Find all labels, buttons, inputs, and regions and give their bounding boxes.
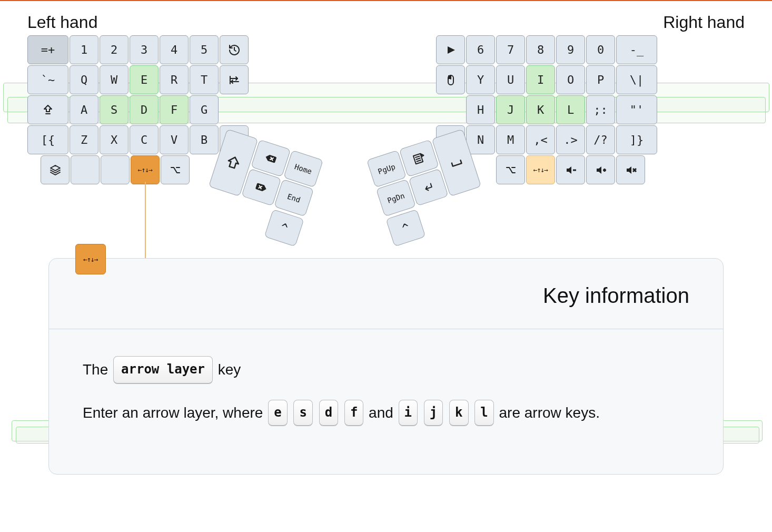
key-right-r2-c3[interactable]: K <box>526 95 555 124</box>
info-text: and <box>369 405 393 421</box>
key-right-r0-c6[interactable]: -_ <box>616 35 657 64</box>
info-text: are arrow keys. <box>499 405 600 421</box>
key-left-r0-c3[interactable]: 3 <box>130 35 159 64</box>
key-left-r3-c4[interactable]: V <box>160 125 189 154</box>
key-left-r2-c3[interactable]: D <box>130 95 159 124</box>
key-right-r2-c4[interactable]: L <box>556 95 585 124</box>
inline-key-d: d <box>319 400 338 427</box>
key-right-r2-c1[interactable]: H <box>466 95 495 124</box>
key-left-r0-c5[interactable]: 5 <box>190 35 219 64</box>
svg-line-25 <box>417 160 421 161</box>
key-right-r3-c6[interactable]: ]} <box>616 125 657 154</box>
key-right-r3-c5[interactable]: /? <box>586 125 615 154</box>
volminus-key[interactable] <box>556 155 585 184</box>
volmute-key[interactable] <box>616 155 645 184</box>
key-right-r0-c4[interactable]: 9 <box>556 35 585 64</box>
key-info-panel: ←↑↓→ Key information The arrow layer key… <box>48 258 724 475</box>
volplus-key[interactable] <box>586 155 615 184</box>
key-left-r1-c5[interactable]: T <box>190 65 219 94</box>
key-left-r1-c4[interactable]: R <box>160 65 189 94</box>
key-right-r1-c4[interactable]: O <box>556 65 585 94</box>
key-left-r2-c5[interactable]: G <box>190 95 219 124</box>
key-right-r3-c1[interactable]: N <box>466 125 495 154</box>
inline-key-e: e <box>268 400 287 427</box>
inline-key-f: f <box>344 400 363 427</box>
left-keyboard: =+12345`~QWERTASDFG[{ZXCVB←↑↓→ <box>27 35 249 185</box>
info-text: Enter an arrow layer, where <box>83 405 263 421</box>
key-left-r1-c0[interactable]: `~ <box>27 65 68 94</box>
info-key-name: arrow layer <box>113 356 213 384</box>
key-left-r3-c0[interactable]: [{ <box>27 125 68 154</box>
opt-key[interactable] <box>161 155 190 184</box>
key-right-r0-c2[interactable]: 7 <box>496 35 525 64</box>
right-hand-label: Right hand <box>663 13 745 32</box>
inline-key-j: j <box>424 400 443 427</box>
svg-marker-15 <box>627 166 631 174</box>
key-right-r3-c3[interactable]: ,< <box>526 125 555 154</box>
svg-marker-4 <box>51 165 60 171</box>
key-left-r0-c2[interactable]: 2 <box>100 35 128 64</box>
inline-key-s: s <box>293 400 312 427</box>
info-badge-icon: ←↑↓→ <box>75 244 106 274</box>
key-left-r3-c2[interactable]: X <box>100 125 128 154</box>
key-left-r1-c3[interactable]: E <box>130 65 159 94</box>
left-hand-label: Left hand <box>27 13 97 32</box>
key-right-r0-c3[interactable]: 8 <box>526 35 555 64</box>
history-key[interactable] <box>220 35 249 64</box>
key-left-r3-c1[interactable]: Z <box>70 125 98 154</box>
key-left-r0-c4[interactable]: 4 <box>160 35 189 64</box>
info-body: The arrow layer key Enter an arrow layer… <box>83 356 689 427</box>
inline-key-k: k <box>449 400 468 427</box>
mouse-key[interactable] <box>436 65 465 94</box>
key-right-r2-c6[interactable]: "' <box>616 95 657 124</box>
svg-marker-10 <box>567 166 571 174</box>
key-right-r0-c1[interactable]: 6 <box>466 35 495 64</box>
inline-key-i: i <box>399 400 418 427</box>
info-divider <box>49 329 723 329</box>
key-left-r2-c1[interactable]: A <box>70 95 98 124</box>
info-text: key <box>218 361 241 378</box>
svg-line-23 <box>415 156 420 157</box>
key-right-r2-c5[interactable]: ;: <box>586 95 615 124</box>
key-right-r0-c5[interactable]: 0 <box>586 35 615 64</box>
key-left-r1-c2[interactable]: W <box>100 65 128 94</box>
play-key[interactable] <box>436 35 465 64</box>
svg-line-24 <box>416 158 420 159</box>
arrows-key[interactable]: ←↑↓→ <box>131 155 160 184</box>
key-left-r4-c2[interactable] <box>71 155 100 184</box>
key-left-r3-c5[interactable]: B <box>190 125 219 154</box>
key-left-r0-c0[interactable]: =+ <box>27 35 68 64</box>
key-right-r1-c6[interactable]: \| <box>616 65 657 94</box>
key-left-r4-c3[interactable] <box>101 155 130 184</box>
key-right-r2-c2[interactable]: J <box>496 95 525 124</box>
opt-key[interactable] <box>496 155 525 184</box>
key-right-r3-c4[interactable]: .> <box>556 125 585 154</box>
arrows-key[interactable]: ←↑↓→ <box>526 155 555 184</box>
key-right-r1-c3[interactable]: I <box>526 65 555 94</box>
inline-key-l: l <box>474 400 493 427</box>
shiftup-key[interactable] <box>27 95 68 124</box>
key-left-r0-c1[interactable]: 1 <box>70 35 98 64</box>
key-left-r3-c3[interactable]: C <box>130 125 159 154</box>
key-right-r1-c5[interactable]: P <box>586 65 615 94</box>
svg-marker-6 <box>448 46 455 54</box>
info-text: The <box>83 361 108 378</box>
key-right-r1-c1[interactable]: Y <box>466 65 495 94</box>
key-left-r1-c1[interactable]: Q <box>70 65 98 94</box>
tabright-key[interactable] <box>220 65 249 94</box>
key-right-r1-c2[interactable]: U <box>496 65 525 94</box>
layers-key[interactable] <box>41 155 70 184</box>
svg-marker-12 <box>597 166 601 174</box>
key-left-r2-c4[interactable]: F <box>160 95 189 124</box>
key-left-r2-c2[interactable]: S <box>100 95 128 124</box>
info-title: Key information <box>83 284 689 308</box>
key-right-r3-c2[interactable]: M <box>496 125 525 154</box>
